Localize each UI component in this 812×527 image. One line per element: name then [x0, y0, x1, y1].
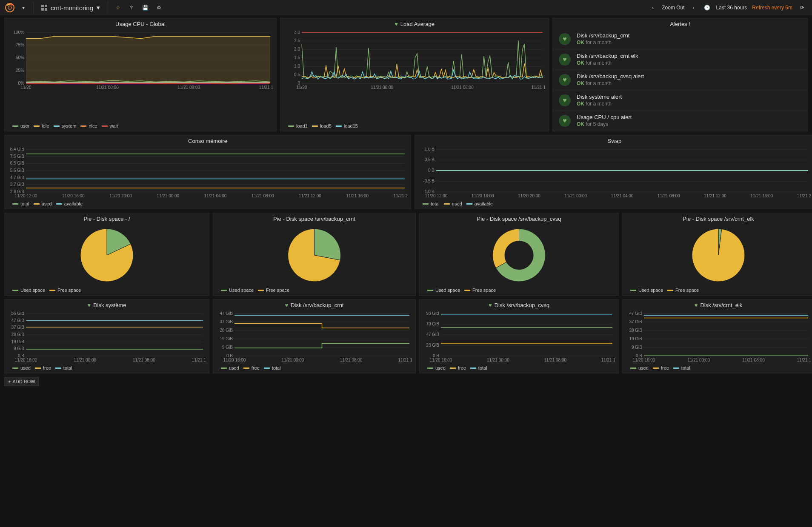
panel-pie-crnt[interactable]: Pie - Disk space /srv/backup_crnt Used s…: [213, 213, 416, 296]
panel-swap[interactable]: Swap -1.0 B-0.5 B0 B0.5 B1.0 B11/20 12:0…: [415, 135, 812, 209]
panel-title: Swap: [415, 135, 812, 146]
refresh-interval-label[interactable]: Refresh every 5m: [749, 5, 795, 11]
legend-item[interactable]: available: [466, 201, 493, 206]
legend-item[interactable]: Free space: [49, 288, 81, 293]
legend-item[interactable]: Used space: [12, 288, 45, 293]
svg-text:7.5 GiB: 7.5 GiB: [10, 154, 25, 159]
legend-item[interactable]: Free space: [258, 288, 289, 293]
panel-memory[interactable]: Conso mémoire 2.8 GiB3.7 GiB4.7 GiB5.6 G…: [4, 135, 411, 209]
panel-title: Pie - Disk space /srv/backup_cvsq: [420, 213, 618, 224]
panel-disk-elk[interactable]: ♥Disk /srv/crnt_elk 0 B9 GiB19 GiB28 GiB…: [622, 299, 812, 373]
panel-disk-cvsq[interactable]: ♥Disk /srv/backup_cvsq 0 B23 GiB47 GiB70…: [419, 299, 619, 373]
panel-title: Usage CPU - Global: [5, 18, 276, 29]
svg-text:11/21 08:00: 11/21 08:00: [177, 85, 200, 90]
svg-text:11/21 00:00: 11/21 00:00: [157, 194, 179, 198]
alert-item[interactable]: ♥ Usage CPU / cpu alertOK for 5 days: [553, 111, 807, 131]
legend-item[interactable]: total: [423, 201, 440, 206]
panel-disk-crnt[interactable]: ♥Disk /srv/backup_crnt 0 B9 GiB19 GiB28 …: [213, 299, 416, 373]
legend-item[interactable]: free: [35, 365, 51, 370]
legend-item[interactable]: used: [444, 201, 462, 206]
svg-text:37 GiB: 37 GiB: [11, 325, 24, 330]
legend-item[interactable]: free: [243, 365, 260, 370]
add-row-button[interactable]: + ADD ROW: [4, 377, 39, 386]
legend-item[interactable]: nice: [80, 123, 97, 128]
alert-item[interactable]: ♥ Disk /srv/backup_cvsq alertOK for a mo…: [553, 70, 807, 90]
chevron-left-icon[interactable]: ‹: [646, 1, 659, 14]
svg-text:11/21 16:00: 11/21 16:00: [259, 85, 273, 90]
legend-item[interactable]: Used space: [221, 288, 254, 293]
alert-item[interactable]: ♥ Disk /srv/backup_crnt elkOK for a mont…: [553, 49, 807, 70]
share-icon[interactable]: ⇪: [125, 1, 138, 14]
legend-item[interactable]: used: [630, 365, 649, 370]
grafana-logo[interactable]: [3, 1, 16, 14]
panel-title: Disk /srv/backup_cvsq: [495, 302, 549, 308]
legend-item[interactable]: total: [673, 365, 690, 370]
legend-item[interactable]: load5: [312, 123, 332, 128]
panel-disk-sys[interactable]: ♥Disk système 0 B9 GiB19 GiB28 GiB37 GiB…: [4, 299, 209, 373]
legend-item[interactable]: used: [221, 365, 239, 370]
svg-text:37 GiB: 37 GiB: [629, 319, 642, 324]
gear-icon[interactable]: ⚙: [152, 1, 165, 14]
svg-text:37 GiB: 37 GiB: [220, 319, 233, 324]
legend-item[interactable]: total: [264, 365, 281, 370]
svg-text:47 GiB: 47 GiB: [220, 312, 233, 316]
legend-item[interactable]: free: [653, 365, 669, 370]
time-range-label[interactable]: Last 36 hours: [715, 5, 749, 11]
legend-item[interactable]: used: [12, 365, 31, 370]
svg-text:11/21 00:00: 11/21 00:00: [487, 358, 509, 362]
save-icon[interactable]: 💾: [139, 1, 152, 14]
alert-item[interactable]: ♥ Disk système alertOK for a month: [553, 90, 807, 111]
svg-text:100%: 100%: [13, 31, 24, 34]
svg-text:11/21 00:00: 11/21 00:00: [96, 85, 119, 90]
clock-icon[interactable]: 🕑: [701, 1, 714, 14]
legend-item[interactable]: Free space: [667, 288, 699, 293]
svg-text:11/21 08:00: 11/21 08:00: [252, 194, 274, 198]
svg-text:0.5 B: 0.5 B: [425, 157, 435, 162]
heart-icon: ♥: [559, 74, 571, 86]
svg-text:11/21 12:00: 11/21 12:00: [299, 194, 321, 198]
legend-item[interactable]: available: [56, 201, 83, 206]
legend-item[interactable]: free: [450, 365, 466, 370]
panel-pie-elk[interactable]: Pie - Disk space /srv/crnt_elk Used spac…: [622, 213, 812, 296]
legend-item[interactable]: total: [470, 365, 487, 370]
dashboard-picker[interactable]: crnt-monitoring ▾: [37, 2, 104, 13]
divider: [108, 2, 108, 14]
panel-cpu[interactable]: Usage CPU - Global 0%25%50%75%100%11/201…: [4, 18, 277, 131]
svg-text:5.6 GiB: 5.6 GiB: [10, 168, 25, 173]
legend-item[interactable]: user: [12, 123, 29, 128]
panel-pie-root[interactable]: Pie - Disk space - / Used spaceFree spac…: [4, 213, 209, 296]
legend-item[interactable]: system: [54, 123, 77, 128]
svg-text:11/21 00:00: 11/21 00:00: [687, 358, 710, 362]
legend-item[interactable]: total: [12, 201, 29, 206]
svg-text:11/21 00:00: 11/21 00:00: [282, 358, 304, 362]
refresh-icon[interactable]: ⟳: [796, 1, 809, 14]
svg-text:11/20 16:00: 11/20 16:00: [62, 194, 85, 198]
legend-item[interactable]: Free space: [464, 288, 496, 293]
legend-item[interactable]: load15: [336, 123, 358, 128]
panel-load[interactable]: ♥Load Average 00.51.01.52.02.53.011/2011…: [280, 18, 549, 131]
panel-title: Disk /srv/backup_crnt: [291, 302, 343, 308]
alert-item[interactable]: ♥ Disk /srv/backup_crntOK for a month: [553, 29, 807, 49]
svg-text:0.5: 0.5: [294, 72, 300, 77]
chevron-right-icon[interactable]: ›: [687, 1, 700, 14]
panel-title: Load Average: [400, 21, 435, 27]
panel-title: Conso mémoire: [5, 135, 411, 146]
chevron-down-icon[interactable]: ▾: [17, 1, 30, 14]
legend-item[interactable]: Used space: [427, 288, 460, 293]
chevron-down-icon: ▾: [97, 4, 100, 11]
svg-text:4.7 GiB: 4.7 GiB: [10, 175, 25, 180]
legend-item[interactable]: wait: [102, 123, 118, 128]
svg-text:19 GiB: 19 GiB: [11, 339, 24, 344]
legend-item[interactable]: idle: [34, 123, 49, 128]
panel-pie-cvsq[interactable]: Pie - Disk space /srv/backup_cvsq Used s…: [419, 213, 619, 296]
legend-item[interactable]: used: [34, 201, 52, 206]
legend-item[interactable]: load1: [288, 123, 308, 128]
star-icon[interactable]: ☆: [112, 1, 124, 14]
legend-item[interactable]: Used space: [630, 288, 663, 293]
zoom-out-button[interactable]: Zoom Out: [660, 5, 686, 11]
legend-item[interactable]: used: [427, 365, 446, 370]
svg-text:9 GiB: 9 GiB: [222, 345, 233, 350]
legend-item[interactable]: total: [55, 365, 72, 370]
svg-text:11/21 08:00: 11/21 08:00: [340, 358, 363, 362]
heart-icon: ♥: [559, 94, 571, 106]
